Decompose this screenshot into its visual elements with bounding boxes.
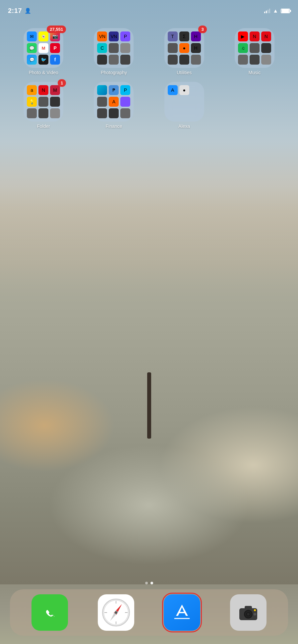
safari-compass	[99, 596, 133, 629]
folder-photography-icon[interactable]: VN VN P C	[94, 28, 134, 68]
folder-music-icon[interactable]: ▶ N N ♫	[235, 28, 274, 68]
folder-misc-badge: 1	[58, 79, 66, 87]
tree-decoration	[147, 372, 151, 439]
folder-misc-icon[interactable]: 1 a N M 💡	[24, 82, 63, 122]
compass-ring	[102, 599, 130, 626]
battery-icon	[281, 9, 290, 13]
status-time: 2:17	[8, 7, 22, 15]
svg-point-18	[254, 613, 256, 616]
status-right: ▲	[264, 8, 290, 14]
folder-misc-label: Folder	[37, 124, 50, 129]
dock-app-phone[interactable]	[31, 594, 68, 631]
appstore-icon	[171, 602, 193, 623]
folder-alexa[interactable]: A ● Alexa	[151, 82, 218, 129]
folder-photo-video-badge: 27,551	[47, 26, 66, 33]
status-bar: 2:17 👤 ▲	[0, 0, 298, 18]
page-dot-1	[145, 582, 148, 584]
phone-icon	[40, 603, 59, 622]
svg-rect-12	[245, 606, 252, 609]
folder-utilities-icon[interactable]: 3 T Σ H ● H	[164, 28, 204, 68]
tree-trunk	[147, 372, 151, 439]
person-icon: 👤	[25, 8, 31, 14]
camera-icon	[237, 601, 260, 624]
folder-finance[interactable]: ₱ P A Finance	[80, 82, 147, 129]
dock-app-appstore[interactable]	[164, 594, 200, 631]
folder-photography[interactable]: VN VN P C Photography	[80, 28, 147, 75]
signal-bars	[264, 9, 270, 13]
folder-finance-icon[interactable]: ₱ P A	[94, 82, 134, 122]
folder-alexa-icon[interactable]: A ●	[164, 82, 204, 122]
folder-photography-label: Photography	[101, 70, 127, 75]
folder-finance-label: Finance	[105, 124, 122, 129]
svg-point-17	[254, 609, 256, 611]
folder-misc[interactable]: 1 a N M 💡 Folder	[10, 82, 77, 129]
folder-music-label: Music	[249, 70, 261, 75]
page-indicator	[0, 582, 298, 584]
dock-app-camera[interactable]	[230, 594, 267, 631]
dock	[10, 589, 288, 636]
folder-utilities-label: Utilities	[177, 70, 192, 75]
folder-alexa-label: Alexa	[178, 124, 190, 129]
folder-photo-video[interactable]: 27,551 ✉ 👻 📷 💬 M P 💬 🐦 f Photo & Video	[10, 28, 77, 75]
folder-utilities-badge: 3	[198, 26, 207, 33]
dock-app-safari[interactable]	[98, 594, 134, 631]
wifi-icon: ▲	[273, 8, 278, 14]
folder-utilities[interactable]: 3 T Σ H ● H Utilities	[151, 28, 218, 75]
svg-point-8	[115, 611, 117, 614]
folder-photo-video-icon[interactable]: 27,551 ✉ 👻 📷 💬 M P 💬 🐦 f	[24, 28, 63, 68]
page-dot-2	[150, 582, 153, 584]
folder-music[interactable]: ▶ N N ♫ Music	[221, 28, 288, 75]
svg-point-16	[247, 613, 250, 616]
folder-photo-video-label: Photo & Video	[29, 70, 58, 75]
svg-rect-0	[40, 603, 59, 622]
status-left: 2:17 👤	[8, 7, 31, 15]
app-grid: 27,551 ✉ 👻 📷 💬 M P 💬 🐦 f Photo & Video V…	[0, 25, 298, 132]
